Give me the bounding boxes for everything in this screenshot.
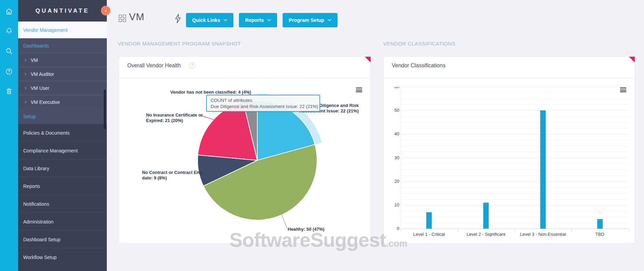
tooltip-line1: COUNT of attributes xyxy=(211,97,316,104)
gridline-major xyxy=(401,181,628,182)
sidebar-item-label: VM Executive xyxy=(31,99,60,105)
sidebar-item-vm[interactable]: ›VM xyxy=(18,53,107,67)
vendor-health-pie-chart[interactable] xyxy=(119,57,371,244)
gridline-major xyxy=(401,158,628,158)
y-axis-label: 10 xyxy=(390,202,399,208)
gridline-major xyxy=(401,110,628,111)
bell-icon[interactable] xyxy=(5,27,13,35)
y-axis-line xyxy=(401,87,401,229)
sidebar-item-vm-user[interactable]: ›VM User xyxy=(18,81,107,95)
sidebar-item-workflow-setup[interactable]: Workflow Setup xyxy=(18,248,107,266)
bar-level-3-non-essential[interactable] xyxy=(540,110,546,229)
sidebar-item-label: Dashboard Setup xyxy=(23,237,60,242)
dashboard-grid-icon[interactable] xyxy=(119,15,126,22)
search-icon[interactable] xyxy=(5,47,13,55)
chevron-right-icon: › xyxy=(25,70,27,77)
x-axis-tick xyxy=(515,229,515,232)
page-title: VM xyxy=(129,11,145,23)
classifications-section-heading: VENDOR CLASSIFICATIONS xyxy=(383,41,456,46)
pie-callout-label-no-insurance-certificate-or-expired: No Insurance Certificate orExpired: 21 (… xyxy=(146,112,203,123)
chevron-right-icon: › xyxy=(25,56,27,63)
help-icon[interactable] xyxy=(5,68,13,76)
chevron-down-icon xyxy=(328,19,331,22)
gridline-minor xyxy=(401,193,628,193)
chevron-right-icon: › xyxy=(25,98,27,105)
sidebar-item-dashboards[interactable]: Dashboards xyxy=(18,38,107,53)
gridline-minor xyxy=(401,152,628,152)
sidebar-item-notifications[interactable]: Notifications xyxy=(18,195,107,213)
y-axis-label: 0 xyxy=(390,226,399,231)
chart-menu-icon[interactable] xyxy=(620,87,626,92)
sidebar-collapse-button[interactable]: ‹ xyxy=(101,6,111,15)
bar-level-2-significant[interactable] xyxy=(483,203,489,229)
icon-rail xyxy=(0,0,18,271)
pie-callout-label-no-contract-or-contract-end-date: No Contract or Contract Enddate: 9 (8%) xyxy=(142,170,202,181)
sidebar-item-label: Notifications xyxy=(23,201,49,207)
gridline-minor xyxy=(401,128,628,128)
sidebar-item-vm-executive[interactable]: ›VM Executive xyxy=(18,95,107,109)
card-divider xyxy=(384,78,635,79)
snapshot-section-heading: VENDOR MANAGEMENT PROGRAM SNAPSHOT xyxy=(118,41,241,46)
sidebar-item-data-library[interactable]: Data Library xyxy=(18,159,107,177)
button-label: Reports xyxy=(245,17,264,23)
x-axis-tick xyxy=(571,229,572,232)
sidebar-header: QUANTIVATE xyxy=(18,0,107,22)
reports-button[interactable]: Reports xyxy=(239,13,277,27)
sidebar-item-vm-auditor[interactable]: ›VM Auditor xyxy=(18,67,107,81)
gridline-minor xyxy=(401,146,628,146)
x-axis-label: Level 1 - Critical xyxy=(402,232,456,236)
y-axis-label: 50 xyxy=(390,108,399,113)
sidebar-item-label: VM Auditor xyxy=(31,71,54,77)
vendor-classifications-bar-chart[interactable]: 1020304050600Level 1 - CriticalLevel 2 -… xyxy=(390,87,629,236)
gridline-minor xyxy=(401,164,628,164)
gridline-minor xyxy=(401,170,628,170)
x-axis-label: Level 3 - Non-Essential xyxy=(516,232,570,236)
vendor-classifications-card-title: Vendor Classifications xyxy=(392,63,445,69)
program-setup-button[interactable]: Program Setup xyxy=(283,13,338,27)
y-axis-label: 20 xyxy=(390,179,399,184)
trash-icon[interactable] xyxy=(5,87,13,95)
sidebar-item-administration[interactable]: Administration xyxy=(18,213,107,230)
sidebar-item-label: Policies & Documents xyxy=(23,130,70,136)
sidebar-item-vendor-management[interactable]: Vendor Management xyxy=(18,22,107,38)
sidebar-item-label: Data Library xyxy=(23,166,49,171)
sidebar-item-setup[interactable]: Setup xyxy=(18,109,107,124)
gridline-minor xyxy=(401,223,628,223)
y-axis-label: 60 xyxy=(390,87,399,90)
sidebar-item-policies-documents[interactable]: Policies & Documents xyxy=(18,124,107,141)
sidebar-scrollbar[interactable] xyxy=(104,90,106,129)
quantivate-logo: QUANTIVATE xyxy=(18,0,107,22)
bar-tbd[interactable] xyxy=(597,219,603,229)
quick-links-button[interactable]: Quick Links xyxy=(186,13,233,27)
button-label: Program Setup xyxy=(289,17,324,23)
home-icon[interactable] xyxy=(5,8,13,15)
pie-callout-label-vendor-has-not-been-classified: Vendor has not been classified: 4 (4%) xyxy=(170,90,251,95)
sidebar-item-label: Compliance Management xyxy=(23,148,78,153)
gridline-minor xyxy=(401,105,628,105)
bar-level-1-critical[interactable] xyxy=(426,212,432,229)
gridline-major xyxy=(401,134,628,134)
gridline-minor xyxy=(401,187,628,188)
lightning-icon[interactable] xyxy=(173,13,182,24)
gridline-minor xyxy=(401,217,628,217)
gridline-minor xyxy=(401,175,628,176)
tooltip-line2: Due Diligence and Risk Assessment Issue:… xyxy=(211,104,316,110)
chevron-down-icon xyxy=(224,19,227,22)
sidebar-item-reports[interactable]: Reports xyxy=(18,177,107,195)
sidebar-item-label: Vendor Management xyxy=(23,27,68,33)
chart-menu-icon[interactable] xyxy=(356,87,362,92)
sidebar-item-dashboard-setup[interactable]: Dashboard Setup xyxy=(18,230,107,248)
gridline-minor xyxy=(401,199,628,200)
card-corner-flag xyxy=(629,57,635,63)
sidebar-item-label: Administration xyxy=(23,219,54,225)
gridline-minor xyxy=(401,122,628,123)
sidebar: QUANTIVATE Vendor ManagementDashboards›V… xyxy=(18,0,107,271)
gridline-major xyxy=(401,87,628,87)
sidebar-item-compliance-management[interactable]: Compliance Management xyxy=(18,141,107,159)
vendor-classifications-card: Vendor Classifications 1020304050600Leve… xyxy=(383,56,635,244)
gridline-minor xyxy=(401,117,628,117)
sidebar-item-label: VM xyxy=(31,57,38,63)
chart-tooltip: COUNT of attributes Due Diligence and Ri… xyxy=(206,95,320,112)
x-axis-label: Level 2 - Significant xyxy=(459,232,513,236)
gridline-minor xyxy=(401,211,628,211)
